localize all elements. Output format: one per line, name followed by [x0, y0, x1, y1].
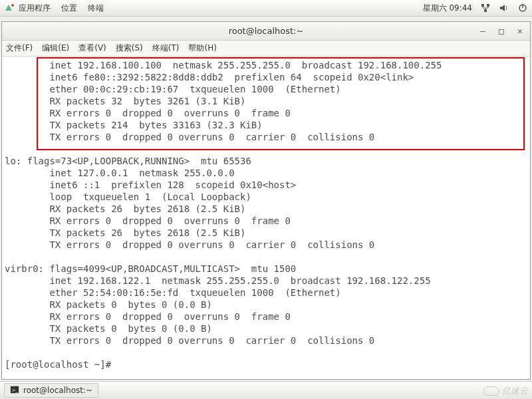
terminal-text[interactable]: inet 192.168.100.100 netmask 255.255.255… [5, 60, 442, 370]
panel-clock[interactable]: 星期六 09:44 [423, 3, 472, 14]
window-titlebar[interactable]: root@localhost:~ – □ × [2, 22, 530, 41]
gnome-bottom-panel: >_ root@localhost:~ 亿速云 [0, 381, 532, 399]
window-title: root@localhost:~ [229, 26, 304, 36]
svg-rect-2 [487, 4, 489, 7]
terminal-icon: >_ [10, 385, 19, 396]
watermark-text: 亿速云 [502, 385, 528, 397]
menu-terminal[interactable]: 终端 [88, 3, 104, 14]
window-minimize-button[interactable]: – [477, 25, 489, 37]
terminal-menubar: 文件(F) 编辑(E) 查看(V) 搜索(S) 终端(T) 帮助(H) [2, 41, 530, 57]
volume-icon[interactable] [499, 3, 509, 13]
menu-terminal-tab[interactable]: 终端(T) [152, 43, 180, 54]
window-maximize-button[interactable]: □ [495, 25, 507, 37]
terminal-output[interactable]: inet 192.168.100.100 netmask 255.255.255… [2, 57, 530, 379]
svg-point-0 [11, 4, 14, 7]
svg-rect-1 [481, 4, 484, 7]
menu-edit[interactable]: 编辑(E) [42, 43, 69, 54]
power-icon[interactable] [517, 3, 528, 13]
menu-places[interactable]: 位置 [61, 3, 77, 14]
menu-help[interactable]: 帮助(H) [188, 43, 216, 54]
menu-search[interactable]: 搜索(S) [116, 43, 143, 54]
taskbar-item-label: root@localhost:~ [23, 386, 92, 395]
menu-view[interactable]: 查看(V) [78, 43, 106, 54]
network-icon[interactable] [480, 3, 491, 13]
terminal-window: root@localhost:~ – □ × 文件(F) 编辑(E) 查看(V)… [1, 21, 531, 380]
taskbar-item-terminal[interactable]: >_ root@localhost:~ [4, 383, 98, 398]
cloud-icon [483, 386, 499, 396]
svg-text:>_: >_ [12, 387, 19, 392]
gnome-top-panel: 应用程序 位置 终端 星期六 09:44 [0, 0, 532, 17]
watermark: 亿速云 [483, 385, 528, 397]
menu-applications[interactable]: 应用程序 [19, 3, 51, 14]
svg-rect-3 [484, 9, 487, 12]
activities-icon[interactable] [4, 3, 15, 13]
window-close-button[interactable]: × [514, 25, 526, 37]
menu-file[interactable]: 文件(F) [6, 43, 33, 54]
